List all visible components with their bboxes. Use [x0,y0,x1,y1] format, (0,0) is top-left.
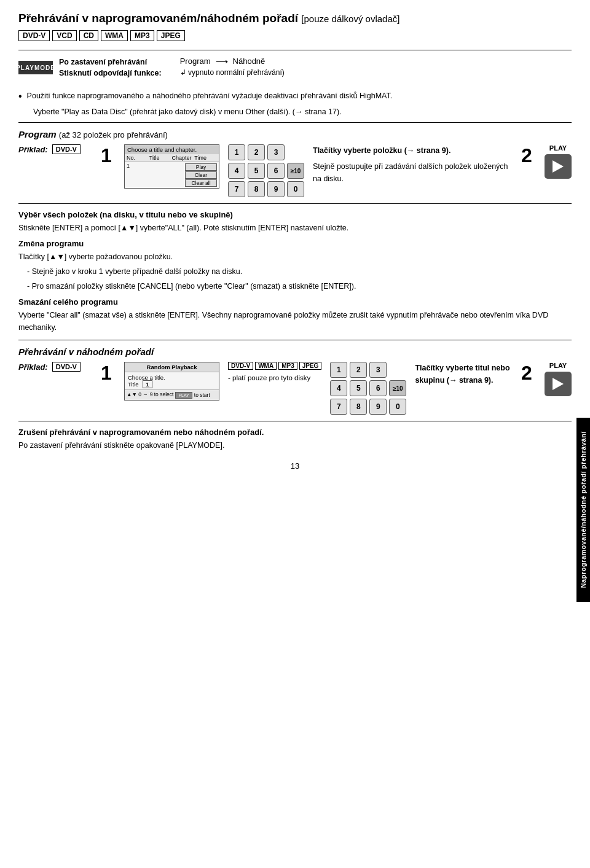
format-badges: DVD-V VCD CD WMA MP3 JPEG [18,30,572,41]
random-player-header: Random Playback [125,362,219,372]
playmode-right: Program ⟶ Náhodně ↲ vypnuto normální pře… [180,57,285,77]
play-label: PLAY [549,144,567,152]
page-number: 13 [18,461,572,471]
random-numpad-1[interactable]: 1 [330,362,347,378]
vyberte-text: Vyberte "Play as Data Disc" (přehrát jak… [33,108,572,116]
clear-mini-btn[interactable]: Clear [185,171,217,179]
numpad-0[interactable]: 0 [287,181,304,197]
random-numpad-6[interactable]: 6 [369,380,387,396]
random-badge-mp3: MP3 [278,362,297,370]
mini-play-icon: PLAY [175,392,192,399]
badge-jpeg: JPEG [157,30,185,41]
numpad-7[interactable]: 7 [228,181,245,197]
zruseni-text: Po zastavení přehrávání stiskněte opakov… [18,439,572,452]
random-player-footer: ▲▼ 0 ～ 9 to select PLAY to start [125,389,219,400]
random-play-button[interactable] [545,372,572,396]
example-label-group: Příklad: DVD-V [18,144,92,154]
smazani-section: Smazání celého programu Vyberte "Clear a… [18,297,572,334]
playmode-icon: PLAYMODE [18,61,53,74]
step-2-number: 2 [521,144,536,167]
bullet-icon: • [18,89,22,104]
badge-wma: WMA [101,30,128,41]
random-numpad-9[interactable]: 9 [369,399,387,415]
random-play-triangle-icon [553,378,564,390]
random-numpad-ge10[interactable]: ≥10 [389,380,406,396]
zmena-line2: - Stejně jako v kroku 1 vyberte případně… [18,265,572,278]
instructions-select: Tlačítky vyberte položku (→ strana 9). [313,144,513,157]
badge-cd: CD [79,30,98,41]
playmode-sub: ↲ vypnuto normální přehrávání) [180,68,285,77]
playmode-row: PLAYMODE Po zastavení přehrávání Stisknu… [18,57,572,80]
numpad-8[interactable]: 8 [248,181,265,197]
numpad-2[interactable]: 2 [248,144,265,160]
instructions-follow: Stejně postupujte při zadávání dalších p… [313,160,513,185]
random-instructions-select: Tlačítky vyberte titul nebo skupinu (→ s… [415,362,513,386]
random-numpad-7[interactable]: 7 [330,399,347,415]
numpad-4[interactable]: 4 [228,163,245,179]
playmode-description: Po zastavení přehrávání Stisknutí odpoví… [59,57,162,80]
random-example-label-group: Příklad: DVD-V [18,362,92,372]
random-numpad-0[interactable]: 0 [389,399,406,415]
zmena-line1: Tlačítky [▲▼] vyberte požadovanou položk… [18,251,572,263]
random-dvd-badge: DVD-V [52,362,81,372]
random-numpad-2[interactable]: 2 [350,362,367,378]
instructions-wrapper: Tlačítky vyberte položku (→ strana 9). S… [313,144,513,185]
random-play-label: PLAY [549,362,567,369]
numpad-6[interactable]: 6 [267,163,285,179]
random-player-body: Choose a title. Title 1 [125,372,219,389]
random-section: Přehrávání v náhodném pořadí Příklad: DV… [18,346,572,415]
vyber-section: Výběr všech položek (na disku, v titulu … [18,210,572,234]
random-step-2: 2 [521,362,536,385]
vyber-text: Stiskněte [ENTER] a pomocí [▲▼] vyberte"… [18,222,572,234]
random-heading: Přehrávání v náhodném pořadí [18,346,572,357]
zmena-line3: - Pro smazání položky stiskněte [CANCEL]… [18,280,572,292]
badge-dvdv: DVD-V [18,30,50,41]
vyber-heading: Výběr všech položek (na disku, v titulu … [18,210,572,219]
zruseni-heading: Zrušení přehrávání v naprogramovaném neb… [18,428,572,437]
random-format-suffix: - platí pouze pro tyto disky [228,374,321,381]
program-section: Program (až 32 položek pro přehrávání) P… [18,129,572,197]
zmena-section: Změna programu Tlačítky [▲▼] vyberte pož… [18,239,572,292]
page-title: Přehrávání v naprogramovaném/náhodném po… [18,11,572,26]
numpad-ge10[interactable]: ≥10 [287,163,304,179]
zmena-heading: Změna programu [18,239,572,248]
divider-vyber [18,203,572,204]
play-button[interactable] [545,154,572,179]
program-heading: Program (až 32 položek pro přehrávání) [18,129,572,139]
random-format-badges: DVD-V WMA MP3 JPEG [228,362,321,370]
smazani-text: Vyberte "Clear all" (smazat vše) a stisk… [18,309,572,334]
zruseni-section: Zrušení přehrávání v naprogramovaném neb… [18,428,572,452]
mini-player-ui: Choose a title and chapter. No. Title Ch… [124,144,219,189]
numpad-1[interactable]: 1 [228,144,245,160]
random-instructions: Tlačítky vyberte titul nebo skupinu (→ s… [415,362,513,386]
numpad-9[interactable]: 9 [267,181,285,197]
badge-mp3: MP3 [130,30,154,41]
random-numpad-5[interactable]: 5 [350,380,367,396]
sidebar-vertical: Naprogramované/náhodné pořadí přehrávání [576,418,590,602]
random-numpad-wrapper: 1 2 3 4 5 6 ≥10 7 8 9 0 [330,362,406,415]
random-badge-wma: WMA [255,362,277,370]
program-arrow-row: Program ⟶ Náhodně [180,57,285,66]
play-button-col: PLAY [545,144,572,179]
random-step-1: 1 [101,362,116,385]
play-mini-btn[interactable]: Play [185,163,217,171]
numpad-wrapper: 1 2 3 4 5 6 ≥10 7 8 9 0 [228,144,304,197]
clear-all-mini-btn[interactable]: Clear all [185,179,217,187]
play-triangle-icon [553,160,564,173]
divider-random [18,340,572,340]
random-badge-dvdv: DVD-V [228,362,253,370]
divider-top [18,50,572,50]
random-numpad-4[interactable]: 4 [330,380,347,396]
random-example-row: Příklad: DVD-V 1 Random Playback Choose … [18,362,572,415]
title-value: 1 [143,380,152,388]
divider-program-top [18,122,572,123]
random-numpad-3[interactable]: 3 [369,362,387,378]
numpad-5[interactable]: 5 [248,163,265,179]
numpad-3[interactable]: 3 [267,144,285,160]
random-mini-player: Random Playback Choose a title. Title 1 … [124,362,219,401]
mini-player-buttons: Play Clear Clear all [183,162,219,188]
bullet-text: Použití funkce naprogramovaného a náhodn… [27,90,393,102]
mini-player-cols: No. Title Chapter Time [125,154,219,162]
badge-vcd: VCD [52,30,76,41]
random-numpad-8[interactable]: 8 [350,399,367,415]
